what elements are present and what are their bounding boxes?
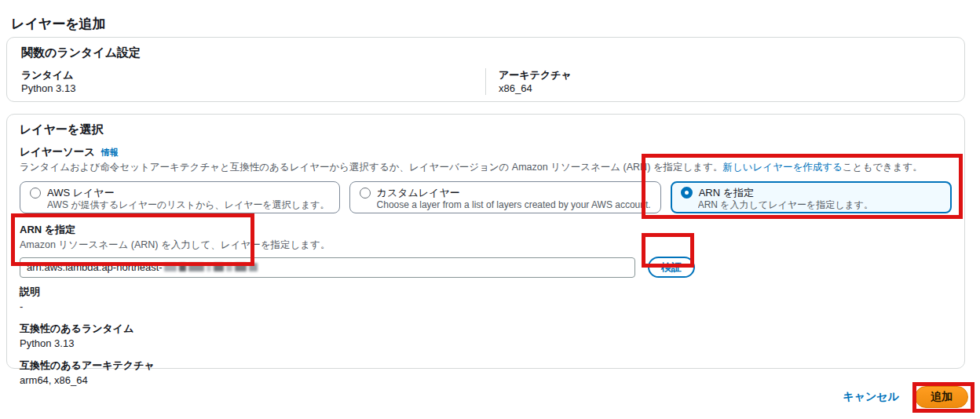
layer-source-options: AWS レイヤー AWS が提供するレイヤーのリストから、レイヤーを選択します。… [20, 181, 952, 213]
arn-input-value: arn:aws:lambda:ap-northeast- [27, 261, 163, 273]
runtime-columns: ランタイム Python 3.13 アーキテクチャ x86_64 [21, 68, 950, 95]
option-specify-arn-desc: ARN を入力してレイヤーを指定します。 [698, 200, 942, 210]
layer-source-description-tail: こともできます。 [843, 162, 923, 173]
page-title: レイヤーを追加 [11, 15, 106, 33]
layer-source-description: ランタイムおよび命令セットアーキテクチャと互換性のあるレイヤーから選択するか、レ… [20, 161, 952, 173]
add-button[interactable]: 追加 [915, 386, 968, 408]
arn-section-label: ARN を指定 [20, 223, 952, 237]
radio-checked-icon[interactable] [681, 187, 693, 199]
runtime-label: ランタイム [21, 68, 485, 82]
info-link[interactable]: 情報 [101, 147, 119, 158]
architecture-label: アーキテクチャ [499, 68, 950, 82]
compatible-architectures-label: 互換性のあるアーキテクチャ [20, 359, 952, 373]
option-custom-layers-desc: Choose a layer from a list of layers cre… [377, 200, 651, 210]
choose-layer-card: レイヤーを選択 レイヤーソース 情報 ランタイムおよび命令セットアーキテクチャと… [6, 114, 965, 369]
create-layer-link[interactable]: 新しいレイヤーを作成する [722, 162, 842, 173]
description-value: - [20, 301, 952, 312]
verify-button[interactable]: 検証 [648, 257, 695, 278]
option-aws-layers-label: AWS レイヤー [47, 187, 115, 199]
redacted-text [164, 263, 258, 271]
compatible-runtimes-label: 互換性のあるランタイム [20, 322, 952, 336]
compatible-runtimes-value: Python 3.13 [20, 337, 952, 349]
arn-section-description: Amazon リソースネーム (ARN) を入力して、レイヤーを指定します。 [20, 239, 952, 252]
option-aws-layers-desc: AWS が提供するレイヤーのリストから、レイヤーを選択します。 [47, 200, 330, 210]
description-label: 説明 [20, 285, 952, 299]
footer-actions: キャンセル 追加 [843, 386, 968, 408]
runtime-card-title: 関数のランタイム設定 [21, 46, 950, 60]
layer-source-row: レイヤーソース 情報 [20, 145, 952, 159]
runtime-settings-card: 関数のランタイム設定 ランタイム Python 3.13 アーキテクチャ x86… [6, 37, 965, 102]
architecture-column: アーキテクチャ x86_64 [485, 68, 950, 95]
radio-unchecked-icon[interactable] [360, 188, 371, 199]
option-custom-layers[interactable]: カスタムレイヤー Choose a layer from a list of l… [349, 181, 661, 213]
layer-card-title: レイヤーを選択 [20, 122, 952, 137]
option-specify-arn[interactable]: ARN を指定 ARN を入力してレイヤーを指定します。 [671, 181, 952, 213]
layer-source-label: レイヤーソース [20, 145, 95, 159]
layer-source-description-text: ランタイムおよび命令セットアーキテクチャと互換性のあるレイヤーから選択するか、レ… [20, 162, 722, 173]
cancel-button[interactable]: キャンセル [843, 390, 899, 404]
compatible-architectures-value: arm64, x86_64 [20, 374, 952, 386]
option-specify-arn-label: ARN を指定 [699, 187, 754, 199]
runtime-value: Python 3.13 [21, 82, 485, 95]
architecture-value: x86_64 [499, 82, 950, 95]
arn-input-row: arn:aws:lambda:ap-northeast- 検証 [20, 257, 952, 278]
option-custom-layers-label: カスタムレイヤー [377, 187, 460, 199]
option-aws-layers[interactable]: AWS レイヤー AWS が提供するレイヤーのリストから、レイヤーを選択します。 [20, 181, 340, 213]
radio-unchecked-icon[interactable] [30, 188, 41, 199]
arn-input[interactable]: arn:aws:lambda:ap-northeast- [20, 257, 635, 278]
runtime-column: ランタイム Python 3.13 [21, 68, 485, 95]
